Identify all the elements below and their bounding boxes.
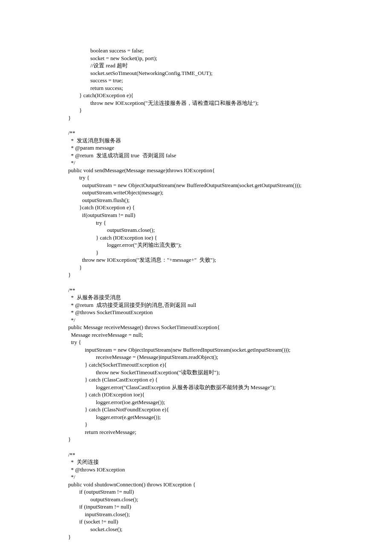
code-block: boolean success = false; socket = new So… <box>68 47 371 541</box>
document-page: boolean success = false; socket = new So… <box>0 0 392 555</box>
